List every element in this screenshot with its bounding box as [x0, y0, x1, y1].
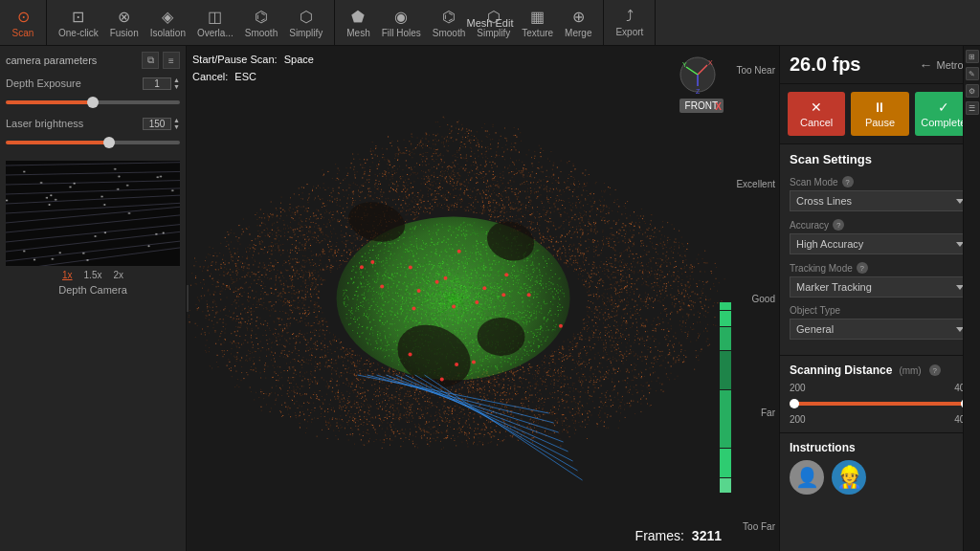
scan-mode-row: Scan Mode ? Cross Lines Single Line Area [790, 176, 970, 211]
scanning-distance-title: Scanning Distance [790, 364, 892, 377]
depth-exposure-text: Depth Exposure [6, 77, 81, 89]
collapse-arrow[interactable]: ◀ [187, 285, 189, 312]
axes-widget: X Y Z [679, 55, 717, 94]
isolation-icon: ◈ [162, 8, 173, 26]
depth-exposure-input[interactable] [143, 77, 171, 90]
instructions-title: Instructions [790, 441, 970, 454]
smooth-label: Smooth [245, 28, 278, 38]
axes-svg: X Y Z [679, 55, 717, 94]
object-type-label: Object Type [790, 305, 970, 316]
overlay-button[interactable]: ◫ Overla... [191, 6, 239, 40]
export-button[interactable]: ⤴ Export [610, 6, 649, 39]
scan-tool-group: ⊙ Scan [0, 0, 47, 45]
mesh-button[interactable]: ⬟ Mesh [341, 6, 375, 40]
pause-button[interactable]: ⏸ Pause [851, 92, 908, 136]
object-type-select[interactable]: General Dark Object Shiny Object [790, 319, 970, 340]
object-type-row: Object Type General Dark Object Shiny Ob… [790, 305, 970, 340]
range-slider-container [790, 397, 970, 410]
edge-btn-4[interactable]: ☰ [966, 101, 979, 115]
texture-button[interactable]: ▦ Texture [516, 6, 559, 40]
scanning-distance-panel: Scanning Distance (mm) ? 200 400 200 400 [780, 355, 980, 432]
scan-info: Start/Pause Scan: Space Cancel: ESC [192, 52, 314, 85]
scan-label: Scan [12, 28, 34, 38]
quality-seg-3 [720, 327, 731, 350]
quality-seg-6 [720, 449, 731, 477]
depth-canvas [6, 161, 180, 266]
laser-brightness-text: Laser brightness [6, 118, 83, 129]
fill-holes-label: Fill Holes [382, 28, 421, 38]
range-min-value: 200 [790, 414, 806, 425]
center-area[interactable]: Start/Pause Scan: Space Cancel: ESC X Y … [187, 46, 779, 551]
smooth-button[interactable]: ⌬ Smooth [239, 6, 283, 40]
simplify-button[interactable]: ⬡ Simplify [283, 6, 328, 40]
depth-exposure-slider[interactable] [6, 100, 180, 104]
depth-exposure-value: ▲ ▼ [143, 77, 180, 90]
avatar-blue: 👷 [832, 460, 866, 495]
cancel-button[interactable]: ✕ Cancel [788, 92, 845, 136]
depth-exposure-up[interactable]: ▲ [173, 77, 180, 83]
oneclick-group: ⊡ One-click ⊗ Fusion ◈ Isolation ◫ Overl… [47, 0, 335, 45]
oneclick-icon: ⊡ [72, 8, 84, 26]
range-values: 200 400 [790, 414, 970, 425]
frames-value: 3211 [692, 528, 722, 543]
cancel-icon: ✕ [811, 99, 822, 115]
scan-icon: ⊙ [17, 8, 30, 26]
range-thumb-left[interactable] [790, 399, 799, 408]
quality-bar [720, 103, 731, 494]
overlay-label: Overla... [197, 28, 234, 38]
scan-mode-info-icon[interactable]: ? [842, 176, 854, 187]
mesh-smooth-label: Smooth [433, 28, 465, 38]
panel-icon-copy[interactable]: ⧉ [142, 52, 159, 69]
scan-cancel-line: Cancel: ESC [192, 69, 314, 86]
export-group: ⤴ Export [604, 0, 656, 45]
scan-mode-select[interactable]: Cross Lines Single Line Area [790, 190, 970, 211]
action-buttons: ✕ Cancel ⏸ Pause ✓ Complete [780, 84, 980, 144]
laser-brightness-up[interactable]: ▲ [173, 117, 180, 123]
accuracy-text: Accuracy [790, 220, 829, 231]
scan-start-key: Space [284, 54, 314, 65]
depth-zoom-bar: 1x 1.5x 2x [6, 270, 180, 280]
panel-header-icons: ⧉ ≡ [142, 52, 180, 69]
edge-btn-2[interactable]: ✎ [966, 67, 979, 80]
merge-button[interactable]: ⊕ Merge [559, 6, 597, 40]
isolation-button[interactable]: ◈ Isolation [145, 6, 191, 40]
oneclick-button[interactable]: ⊡ One-click [53, 6, 104, 40]
accuracy-info-icon[interactable]: ? [833, 219, 844, 231]
scan-button[interactable]: ⊙ Scan [6, 6, 40, 40]
scanning-distance-info-icon[interactable]: ? [929, 364, 941, 376]
range-min-label: 200 [790, 383, 806, 393]
main-layout: camera parameters ⧉ ≡ Depth Exposure ▲ ▼ [0, 46, 980, 551]
mesh-smooth-button[interactable]: ⌬ Smooth [427, 6, 471, 40]
texture-icon: ▦ [530, 8, 545, 26]
quality-seg-7 [720, 478, 731, 493]
scan-start-label: Start/Pause Scan: [192, 54, 278, 65]
scanning-distance-unit: (mm) [899, 365, 921, 376]
panel-icon-settings[interactable]: ≡ [163, 52, 180, 69]
fill-holes-button[interactable]: ◉ Fill Holes [376, 6, 427, 40]
frames-counter: Frames: 3211 [635, 528, 722, 543]
laser-brightness-input[interactable] [143, 118, 171, 130]
edge-btn-3[interactable]: ⚙ [966, 84, 979, 98]
accuracy-select[interactable]: High Accuracy Medium Accuracy Low Accura… [790, 233, 970, 254]
mesh-smooth-icon: ⌬ [442, 8, 456, 26]
quality-seg-4 [720, 351, 731, 389]
scan-cancel-key: ESC [234, 71, 256, 82]
mesh-label: Mesh [346, 28, 369, 38]
laser-brightness-down[interactable]: ▼ [173, 123, 180, 130]
zoom-2x-button[interactable]: 2x [111, 270, 125, 280]
tracking-mode-select[interactable]: Marker Tracking Feature Tracking Hybrid [790, 276, 970, 298]
panel-header: camera parameters ⧉ ≡ [6, 52, 180, 69]
scan-settings-panel: Scan Settings ∨ Scan Mode ? Cross Lines … [780, 144, 980, 355]
smooth-icon: ⌬ [255, 8, 268, 26]
laser-brightness-slider[interactable] [6, 141, 180, 144]
simplify-icon: ⬡ [300, 8, 313, 26]
zoom-1x-button[interactable]: 1x [60, 270, 75, 280]
depth-exposure-down[interactable]: ▼ [173, 83, 180, 90]
edge-btn-1[interactable]: ⊞ [966, 50, 979, 63]
fusion-button[interactable]: ⊗ Fusion [104, 6, 145, 40]
zoom-1-5x-button[interactable]: 1.5x [82, 270, 104, 280]
tracking-mode-info-icon[interactable]: ? [857, 262, 868, 274]
quality-seg-1 [720, 302, 731, 310]
fps-value: 26.0 fps [790, 54, 860, 76]
oneclick-label: One-click [58, 28, 99, 38]
